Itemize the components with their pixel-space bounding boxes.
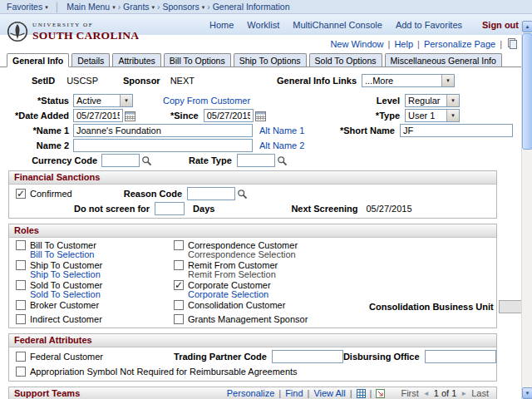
breadcrumb-favorites[interactable]: Favorites ▾ xyxy=(7,2,48,12)
status-select[interactable]: Active ▼ xyxy=(73,94,133,107)
sold-to-selection-link[interactable]: Sold To Selection xyxy=(30,289,101,299)
level-select[interactable]: Regular ▼ xyxy=(405,94,460,107)
date-added-input[interactable] xyxy=(73,109,123,122)
copy-from-customer-link[interactable]: Copy From Customer xyxy=(163,96,250,106)
home-link[interactable]: Home xyxy=(209,20,234,30)
bill-to-customer-checkbox[interactable] xyxy=(16,240,26,250)
indirect-customer-checkbox[interactable] xyxy=(16,314,26,324)
type-value: User 1 xyxy=(406,110,446,121)
tab-bill-to-options[interactable]: Bill To Options xyxy=(164,53,231,66)
name2-label: Name 2 xyxy=(8,140,73,150)
find-link[interactable]: Find xyxy=(285,387,303,399)
next-screening-value: 05/27/2015 xyxy=(366,204,411,214)
do-not-screen-input[interactable] xyxy=(155,202,185,215)
tab-sold-to-options[interactable]: Sold To Options xyxy=(309,53,382,66)
trading-partner-code-input[interactable] xyxy=(272,350,343,363)
tab-general-info[interactable]: General Info xyxy=(7,53,69,67)
correspondence-customer-checkbox[interactable] xyxy=(174,240,184,250)
tab-miscellaneous-general-info[interactable]: Miscellaneous General Info xyxy=(385,53,502,66)
zoom-grid-icon[interactable] xyxy=(357,389,366,398)
consolidation-customer-label: Consolidation Customer xyxy=(188,300,285,310)
pager-prev-icon: ◄ xyxy=(423,387,430,399)
general-info-links-select[interactable]: ...More ▼ xyxy=(362,74,455,87)
personalize-link[interactable]: Personalize xyxy=(227,387,274,399)
separator: | xyxy=(350,387,352,399)
alt-name-1-link[interactable]: Alt Name 1 xyxy=(259,126,304,135)
short-name-label: *Short Name xyxy=(340,126,395,135)
trading-partner-code-label: Trading Partner Code xyxy=(174,352,267,362)
breadcrumb-item-main-menu[interactable]: Main Menu▾ xyxy=(66,2,115,12)
confirmed-checkbox[interactable] xyxy=(16,189,26,199)
corporate-selection-link[interactable]: Corporate Selection xyxy=(188,289,268,299)
support-teams-section: Support Teams Personalize|Find|View All|… xyxy=(8,387,497,399)
disbursing-office-input[interactable] xyxy=(425,350,496,363)
alt-name-2-link[interactable]: Alt Name 2 xyxy=(259,140,304,150)
dropdown-arrow-icon: ▾ xyxy=(152,4,155,10)
multichannel-console-link[interactable]: MultiChannel Console xyxy=(293,20,382,30)
scroll-down-button[interactable]: ▼ xyxy=(522,387,532,399)
role-indirect-customer: Indirect Customer xyxy=(16,314,174,324)
copy-url-icon xyxy=(508,38,517,49)
usc-crest-icon xyxy=(7,21,28,42)
reason-code-lookup-button[interactable] xyxy=(237,189,248,200)
breadcrumb-separator-icon: › xyxy=(157,2,160,12)
breadcrumb-item-general-information[interactable]: General Information xyxy=(213,2,290,12)
name1-input[interactable] xyxy=(73,124,253,137)
pager-first: First xyxy=(401,387,418,399)
tab-attributes[interactable]: Attributes xyxy=(112,53,160,66)
breadcrumb-item-sponsors[interactable]: Sponsors▾ xyxy=(162,2,204,12)
add-to-favorites-link[interactable]: Add to Favorites xyxy=(396,20,462,30)
broker-customer-checkbox[interactable] xyxy=(16,300,26,310)
help-link[interactable]: Help xyxy=(394,39,413,49)
copy-url-icon[interactable] xyxy=(508,38,517,49)
consolidation-customer-checkbox[interactable] xyxy=(174,300,184,310)
roles-section: Roles Bill To CustomerBill To SelectionC… xyxy=(8,224,497,328)
bill-to-selection-link[interactable]: Bill To Selection xyxy=(30,249,94,259)
dropdown-arrow-icon[interactable]: ▼ xyxy=(441,75,454,86)
scroll-up-button[interactable]: ▲ xyxy=(522,21,532,32)
tab-ship-to-options[interactable]: Ship To Options xyxy=(234,53,307,66)
rate-type-lookup-button[interactable] xyxy=(277,155,288,166)
download-icon[interactable] xyxy=(376,389,385,398)
short-name-input[interactable] xyxy=(400,124,513,137)
rate-type-input[interactable] xyxy=(237,154,275,167)
reason-code-input[interactable] xyxy=(187,187,235,200)
dropdown-arrow-icon[interactable]: ▼ xyxy=(120,95,132,106)
name2-input[interactable] xyxy=(73,139,253,152)
breadcrumb-item-grants[interactable]: Grants▾ xyxy=(123,2,155,12)
general-info-links-value: ...More xyxy=(362,75,441,86)
dropdown-arrow-icon[interactable]: ▼ xyxy=(446,110,459,121)
sign-out-link[interactable]: Sign out xyxy=(482,20,519,30)
since-calendar-button[interactable] xyxy=(255,111,266,121)
ship-to-selection-link[interactable]: Ship To Selection xyxy=(30,269,101,279)
new-window-link[interactable]: New Window xyxy=(330,39,383,49)
appropriation-symbol-checkbox[interactable] xyxy=(16,367,26,377)
personalize-page-link[interactable]: Personalize Page xyxy=(424,39,495,49)
sold-to-customer-checkbox[interactable] xyxy=(16,280,26,290)
grants-management-sponsor-checkbox[interactable] xyxy=(174,314,184,324)
financial-sanctions-header: Financial Sanctions xyxy=(9,171,496,185)
since-label: *Since xyxy=(170,111,199,121)
view-all-link[interactable]: View All xyxy=(313,387,345,399)
breadcrumb-divider: │ xyxy=(55,2,61,12)
since-input[interactable] xyxy=(204,109,254,122)
role-corporate-customer: Corporate CustomerCorporate Selection xyxy=(174,280,369,299)
remit-from-customer-checkbox[interactable] xyxy=(174,260,184,270)
date-added-calendar-button[interactable] xyxy=(125,111,135,121)
role-remit-from-customer: Remit From CustomerRemit From Selection xyxy=(174,260,369,279)
pager-next-icon: ► xyxy=(461,387,467,399)
magnifier-icon xyxy=(237,189,248,200)
type-select[interactable]: User 1 ▼ xyxy=(405,109,460,122)
currency-code-lookup-button[interactable] xyxy=(141,155,152,166)
dropdown-arrow-icon[interactable]: ▼ xyxy=(446,95,459,106)
worklist-link[interactable]: Worklist xyxy=(247,20,279,30)
currency-code-input[interactable] xyxy=(101,154,140,167)
federal-customer-checkbox[interactable] xyxy=(16,352,26,362)
corporate-customer-checkbox[interactable] xyxy=(174,280,184,290)
tab-details[interactable]: Details xyxy=(71,53,110,66)
ship-to-customer-checkbox[interactable] xyxy=(16,260,26,270)
usc-wordmark: UNIVERSITY OF SOUTH CAROLINA xyxy=(32,22,139,42)
federal-attributes-section: Federal Attributes Federal Customer Trad… xyxy=(8,333,497,382)
scrollbar-thumb[interactable] xyxy=(522,33,532,150)
vertical-scrollbar[interactable]: ▲ ▼ xyxy=(521,21,532,399)
